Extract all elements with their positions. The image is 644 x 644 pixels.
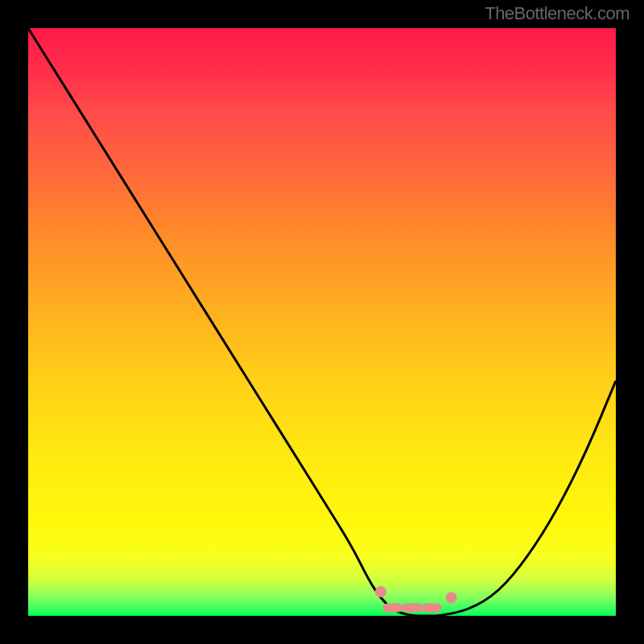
marker-dot-left — [375, 586, 386, 597]
bottleneck-curve — [28, 28, 616, 616]
attribution-text: TheBottleneck.com — [485, 3, 630, 24]
marker-dot-right — [446, 592, 457, 603]
chart-svg — [28, 28, 616, 616]
plot-area — [28, 28, 616, 616]
